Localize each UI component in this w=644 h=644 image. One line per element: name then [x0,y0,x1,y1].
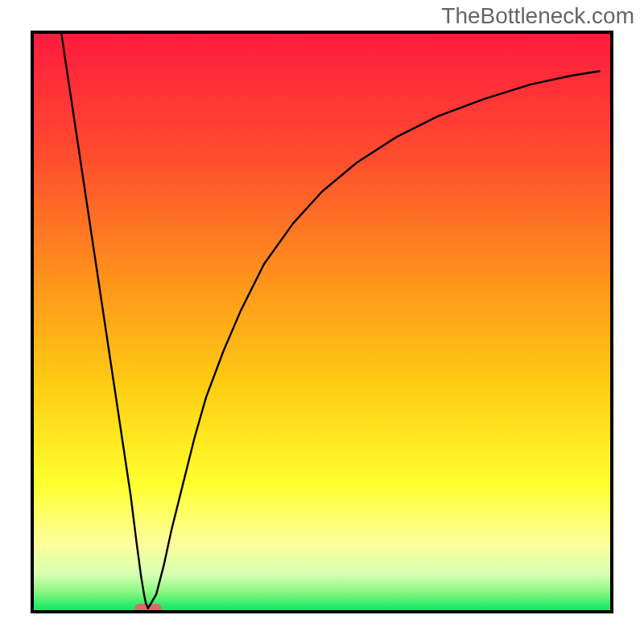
chart-container: TheBottleneck.com [0,0,644,644]
bottleneck-chart [0,0,644,644]
watermark-text: TheBottleneck.com [441,3,634,29]
plot-background [32,32,612,612]
